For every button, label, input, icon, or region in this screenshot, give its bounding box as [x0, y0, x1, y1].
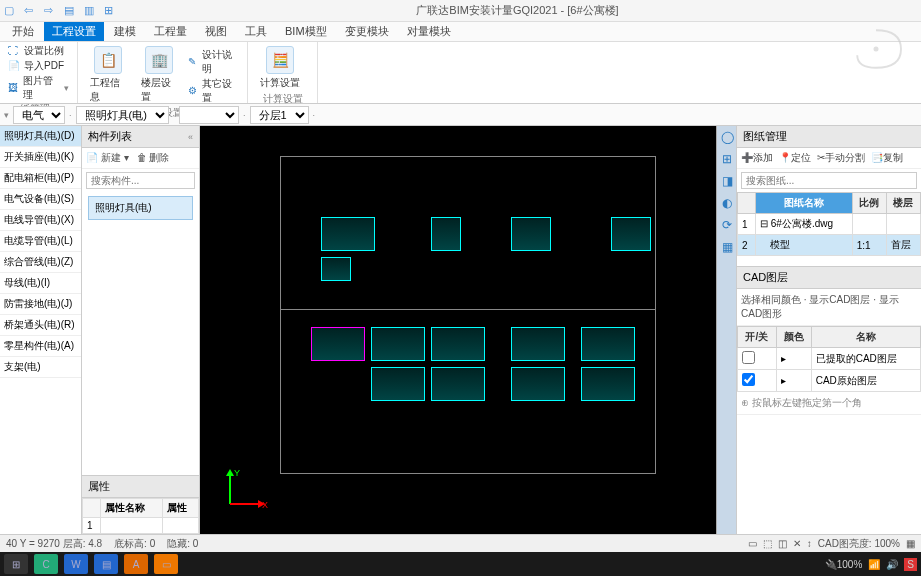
taskbar: ⊞ C W ▤ A ▭ 🔌100% 📶 🔊 S [0, 552, 921, 576]
tool-icon[interactable]: ⊞ [719, 152, 735, 168]
ribbon-btn[interactable]: ⛶设置比例 [8, 44, 69, 58]
taskbar-app[interactable]: ▤ [94, 554, 118, 574]
component-category-tree: 照明灯具(电)(D) 开关插座(电)(K) 配电箱柜(电)(P) 电气设备(电)… [0, 126, 82, 534]
tree-item[interactable]: 零星构件(电)(A) [0, 336, 81, 357]
menu-tab[interactable]: 工程量 [146, 22, 195, 41]
cad-footer-hint: ⊕ 按鼠标左键拖定第一个角 [737, 392, 921, 415]
tree-item[interactable]: 母线(电)(I) [0, 273, 81, 294]
tree-item[interactable]: 配电箱柜(电)(P) [0, 168, 81, 189]
table-row[interactable]: ▸CAD原始图层 [738, 370, 921, 392]
ribbon-btn-floor-setting[interactable]: 🏢楼层设置 [137, 44, 182, 106]
menu-tab[interactable]: 变更模块 [337, 22, 397, 41]
ribbon-btn[interactable]: ⚙其它设置 [188, 77, 239, 105]
svg-marker-2 [226, 469, 234, 476]
layer-select[interactable]: 分层1 [250, 106, 309, 124]
battery-indicator[interactable]: 🔌100% [825, 559, 863, 570]
menu-tab[interactable]: BIM模型 [277, 22, 335, 41]
qat-icon[interactable]: ⊞ [104, 4, 118, 18]
menu-tab[interactable]: 视图 [197, 22, 235, 41]
locate-button[interactable]: 📍定位 [779, 151, 811, 165]
tree-item[interactable]: 电缆导管(电)(L) [0, 231, 81, 252]
chevron-icon[interactable]: ▾ [4, 110, 9, 120]
component-type-select[interactable]: 照明灯具(电) [76, 106, 169, 124]
sub-select[interactable] [179, 106, 239, 124]
taskbar-app[interactable]: W [64, 554, 88, 574]
system-tray: 🔌100% 📶 🔊 S [825, 558, 917, 571]
tray-icon[interactable]: 🔊 [886, 559, 898, 570]
tool-icon[interactable]: ◐ [719, 196, 735, 212]
ribbon-btn[interactable]: 🖼图片管理 ▾ [8, 74, 69, 102]
taskbar-app[interactable]: ▭ [154, 554, 178, 574]
qat-icon[interactable]: ▢ [4, 4, 18, 18]
menu-tab[interactable]: 工具 [237, 22, 275, 41]
cad-layers-table: 开/关颜色名称 ▸已提取的CAD图层 ▸CAD原始图层 [737, 326, 921, 392]
qat-icon[interactable]: ▤ [64, 4, 78, 18]
tool-icon[interactable]: ◨ [719, 174, 735, 190]
status-icon[interactable]: ✕ [793, 538, 801, 549]
tree-item[interactable]: 电线导管(电)(X) [0, 210, 81, 231]
drawing-canvas[interactable]: YX [200, 126, 716, 534]
layer-checkbox[interactable] [742, 351, 755, 364]
tree-item[interactable]: 综合管线(电)(Z) [0, 252, 81, 273]
status-icon[interactable]: ◫ [778, 538, 787, 549]
taskbar-app[interactable]: A [124, 554, 148, 574]
add-button[interactable]: ➕添加 [741, 151, 773, 165]
tree-item[interactable]: 电气设备(电)(S) [0, 189, 81, 210]
tree-item[interactable]: 照明灯具(电)(D) [0, 126, 81, 147]
panel-header: CAD图层 [737, 267, 921, 289]
qat-icon[interactable]: ⇨ [44, 4, 58, 18]
menu-tab[interactable]: 建模 [106, 22, 144, 41]
tree-item[interactable]: 支架(电) [0, 357, 81, 378]
status-icon[interactable]: ⬚ [763, 538, 772, 549]
taskbar-app[interactable]: C [34, 554, 58, 574]
brand-logo [841, 24, 911, 74]
drawing-manager-panel: 图纸管理 ➕添加 📍定位 ✂手动分割 📑复制 图纸名称比例楼层 1⊟ 6#公寓楼… [736, 126, 921, 534]
tray-icon[interactable]: S [904, 558, 917, 571]
new-button[interactable]: 📄 新建 ▾ [86, 151, 129, 165]
tray-icon[interactable]: 📶 [868, 559, 880, 570]
qat-icon[interactable]: ▥ [84, 4, 98, 18]
split-button[interactable]: ✂手动分割 [817, 151, 865, 165]
tool-icon[interactable]: ◯ [719, 130, 735, 146]
tool-icon[interactable]: ⟳ [719, 218, 735, 234]
qat-icon[interactable]: ⇦ [24, 4, 38, 18]
quick-access-toolbar: ▢ ⇦ ⇨ ▤ ▥ ⊞ [4, 4, 118, 18]
axis-indicator: YX [220, 464, 270, 514]
component-search-input[interactable] [86, 172, 195, 189]
status-bar: 40 Y = 9270 层高: 4.8 底标高: 0 隐藏: 0 ▭ ⬚ ◫ ✕… [0, 534, 921, 552]
ribbon-btn-calc-setting[interactable]: 🧮计算设置 [256, 44, 304, 92]
hidden-count: 隐藏: 0 [167, 537, 198, 551]
menu-tab[interactable]: 开始 [4, 22, 42, 41]
table-row[interactable]: ▸已提取的CAD图层 [738, 348, 921, 370]
delete-button[interactable]: 🗑 删除 [137, 151, 170, 165]
drawing-search-input[interactable] [741, 172, 917, 189]
category-select[interactable]: 电气 [13, 106, 65, 124]
bottom-elevation: 底标高: 0 [114, 537, 155, 551]
selector-bar: ▾ 电气 · 照明灯具(电) · · 分层1 · [0, 104, 921, 126]
ribbon-btn[interactable]: 📄导入PDF [8, 59, 69, 73]
table-row[interactable]: 1⊟ 6#公寓楼.dwg [738, 214, 921, 235]
ribbon-group-label: 计算设置 [256, 92, 309, 106]
drawing-frame [280, 156, 656, 474]
tree-item[interactable]: 桥架通头(电)(R) [0, 315, 81, 336]
component-tag[interactable]: 照明灯具(电) [88, 196, 193, 220]
taskbar-app[interactable]: ⊞ [4, 554, 28, 574]
copy-button[interactable]: 📑复制 [871, 151, 903, 165]
ribbon: ⛶设置比例 📄导入PDF 🖼图片管理 ▾ 纸管理 ▾ 📋工程信息 🏢楼层设置 ✎… [0, 42, 921, 104]
ribbon-btn-project-info[interactable]: 📋工程信息 [86, 44, 131, 106]
status-icon[interactable]: ▭ [748, 538, 757, 549]
layer-checkbox[interactable] [742, 373, 755, 386]
svg-point-0 [874, 47, 879, 52]
tree-item[interactable]: 开关插座(电)(K) [0, 147, 81, 168]
menu-tab-active[interactable]: 工程设置 [44, 22, 104, 41]
ribbon-btn[interactable]: ✎设计说明 [188, 48, 239, 76]
cad-brightness[interactable]: CAD图亮度: 100% [818, 537, 900, 551]
status-icon[interactable]: ▦ [906, 538, 915, 549]
status-icon[interactable]: ↕ [807, 538, 812, 549]
table-row[interactable]: 2模型1:1首层 [738, 235, 921, 256]
collapse-icon[interactable]: « [188, 132, 193, 142]
menu-tab[interactable]: 对量模块 [399, 22, 459, 41]
tree-item[interactable]: 防雷接地(电)(J) [0, 294, 81, 315]
props-header: 属性 [82, 476, 199, 498]
tool-icon[interactable]: ▦ [719, 240, 735, 256]
